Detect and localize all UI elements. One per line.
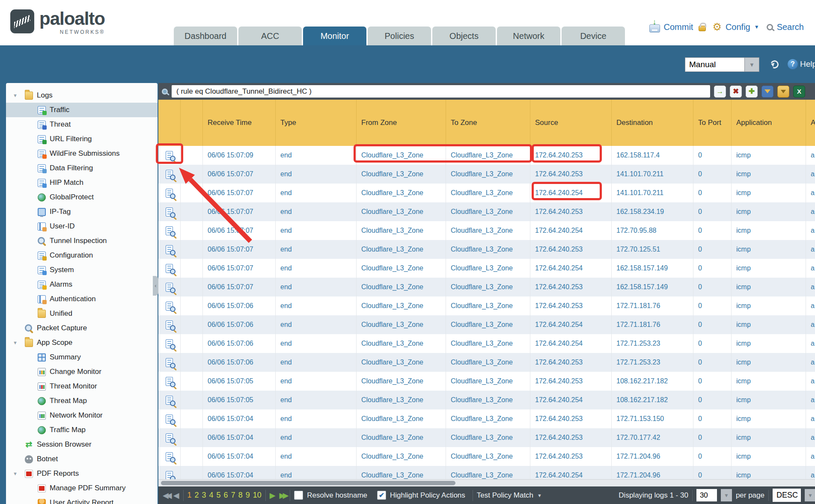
cell-source[interactable]: 172.64.240.254: [530, 221, 612, 240]
sidebar-item-globalprotect[interactable]: GlobalProtect: [6, 190, 158, 205]
cell-destination[interactable]: 172.70.177.42: [612, 428, 693, 447]
cell-a[interactable]: a: [806, 315, 815, 334]
log-detail-icon[interactable]: [166, 302, 173, 311]
expand-triangle-icon[interactable]: [13, 93, 18, 98]
cell-to-zone[interactable]: Cloudflare_L3_Zone: [446, 334, 530, 353]
column-header-to-zone[interactable]: To Zone: [446, 100, 530, 146]
cell-a[interactable]: a: [806, 296, 815, 315]
cell-a[interactable]: a: [806, 165, 815, 184]
add-filter-icon[interactable]: [746, 86, 758, 98]
config-dropdown-caret-icon[interactable]: [754, 24, 759, 30]
cell-type[interactable]: end: [276, 353, 357, 372]
log-detail-icon[interactable]: [166, 189, 173, 198]
cell-receive-time[interactable]: 06/06 15:07:04: [203, 447, 276, 466]
prev-page-icon[interactable]: [173, 491, 179, 500]
cell-type[interactable]: end: [276, 165, 357, 184]
cell-destination[interactable]: 162.158.157.149: [612, 259, 693, 278]
cell-destination[interactable]: 108.162.217.182: [612, 391, 693, 409]
cell-application[interactable]: icmp: [732, 334, 806, 353]
highlight-policy-actions-checkbox[interactable]: [377, 491, 386, 500]
cell-to-port[interactable]: 0: [693, 409, 732, 428]
test-policy-match-caret-icon[interactable]: [537, 493, 542, 498]
sidebar-item-data-filtering[interactable]: Data Filtering: [6, 161, 158, 175]
cell-from-zone[interactable]: Cloudflare_L3_Zone: [357, 278, 446, 296]
cell-source[interactable]: 172.64.240.253: [530, 447, 612, 466]
cell-receive-time[interactable]: 06/06 15:07:07: [203, 184, 276, 202]
cell-from-zone[interactable]: Cloudflare_L3_Zone: [357, 184, 446, 202]
cell-type[interactable]: end: [276, 221, 357, 240]
log-detail-icon[interactable]: [166, 415, 173, 424]
cell-type[interactable]: end: [276, 391, 357, 409]
sidebar-item-configuration[interactable]: Configuration: [6, 248, 158, 263]
cell-a[interactable]: a: [806, 221, 815, 240]
export-to-csv-icon[interactable]: [793, 86, 805, 98]
cell-type[interactable]: end: [276, 372, 357, 391]
tab-device[interactable]: Device: [562, 27, 625, 45]
cell-to-port[interactable]: 0: [693, 466, 732, 479]
cell-application[interactable]: icmp: [732, 146, 806, 165]
log-detail-icon[interactable]: [166, 283, 173, 292]
cell-destination[interactable]: 172.71.181.76: [612, 296, 693, 315]
sidebar-item-manage-pdf-summary[interactable]: Manage PDF Summary: [6, 481, 158, 495]
cell-source[interactable]: 172.64.240.253: [530, 409, 612, 428]
log-detail-icon[interactable]: [166, 358, 173, 367]
tab-objects[interactable]: Objects: [432, 27, 496, 45]
cell-receive-time[interactable]: 06/06 15:07:07: [203, 259, 276, 278]
cell-from-zone[interactable]: Cloudflare_L3_Zone: [357, 315, 446, 334]
cell-to-zone[interactable]: Cloudflare_L3_Zone: [446, 184, 530, 202]
cell-receive-time[interactable]: 06/06 15:07:07: [203, 221, 276, 240]
tab-dashboard[interactable]: Dashboard: [174, 27, 237, 45]
cell-to-zone[interactable]: Cloudflare_L3_Zone: [446, 240, 530, 259]
page-number-6[interactable]: 6: [224, 491, 228, 500]
column-header-destination[interactable]: Destination: [612, 100, 693, 146]
cell-from-zone[interactable]: Cloudflare_L3_Zone: [357, 391, 446, 409]
cell-from-zone[interactable]: Cloudflare_L3_Zone: [357, 447, 446, 466]
cell-destination[interactable]: 172.71.253.23: [612, 353, 693, 372]
cell-to-port[interactable]: 0: [693, 428, 732, 447]
cell-destination[interactable]: 162.158.117.4: [612, 146, 693, 165]
log-detail-icon[interactable]: [166, 226, 173, 235]
cell-destination[interactable]: 172.71.253.23: [612, 334, 693, 353]
tab-acc[interactable]: ACC: [238, 27, 302, 45]
sidebar-item-packet-capture[interactable]: Packet Capture: [6, 321, 158, 335]
sidebar-item-threat-map[interactable]: Threat Map: [6, 394, 158, 408]
cell-application[interactable]: icmp: [732, 466, 806, 479]
filter-builder-icon[interactable]: [761, 86, 773, 98]
cell-from-zone[interactable]: Cloudflare_L3_Zone: [357, 466, 446, 479]
cell-a[interactable]: a: [806, 278, 815, 296]
log-detail-icon[interactable]: [166, 396, 173, 405]
cell-to-zone[interactable]: Cloudflare_L3_Zone: [446, 466, 530, 479]
resolve-hostname-checkbox[interactable]: [294, 491, 303, 500]
cell-to-zone[interactable]: Cloudflare_L3_Zone: [446, 353, 530, 372]
refresh-interval-select[interactable]: Manual: [685, 57, 759, 72]
expand-triangle-icon[interactable]: [13, 471, 18, 476]
cell-from-zone[interactable]: Cloudflare_L3_Zone: [357, 259, 446, 278]
page-number-4[interactable]: 4: [209, 491, 214, 500]
cell-destination[interactable]: 172.71.153.150: [612, 409, 693, 428]
load-filter-icon[interactable]: [777, 86, 789, 98]
cell-application[interactable]: icmp: [732, 353, 806, 372]
cell-receive-time[interactable]: 06/06 15:07:06: [203, 334, 276, 353]
sort-order-caret-icon[interactable]: [805, 489, 815, 501]
log-detail-icon[interactable]: [166, 339, 173, 348]
sidebar-item-traffic[interactable]: Traffic: [6, 103, 158, 117]
column-header-application[interactable]: Application: [732, 100, 806, 146]
cell-to-zone[interactable]: Cloudflare_L3_Zone: [446, 296, 530, 315]
cell-to-port[interactable]: 0: [693, 372, 732, 391]
cell-to-port[interactable]: 0: [693, 447, 732, 466]
cell-from-zone[interactable]: Cloudflare_L3_Zone: [357, 221, 446, 240]
log-detail-icon[interactable]: [166, 377, 173, 386]
cell-source[interactable]: 172.64.240.253: [530, 165, 612, 184]
cell-a[interactable]: a: [806, 240, 815, 259]
log-detail-icon[interactable]: [166, 264, 173, 273]
cell-a[interactable]: a: [806, 184, 815, 202]
sidebar-item-system[interactable]: System: [6, 263, 158, 277]
page-number-10[interactable]: 10: [253, 491, 262, 500]
log-detail-icon[interactable]: [166, 170, 173, 179]
cell-type[interactable]: end: [276, 184, 357, 202]
per-page-select[interactable]: 30: [696, 489, 717, 501]
test-policy-match-button[interactable]: Test Policy Match: [477, 491, 533, 500]
help-label[interactable]: Help: [800, 59, 815, 69]
cell-a[interactable]: a: [806, 447, 815, 466]
last-page-icon[interactable]: [280, 491, 286, 500]
